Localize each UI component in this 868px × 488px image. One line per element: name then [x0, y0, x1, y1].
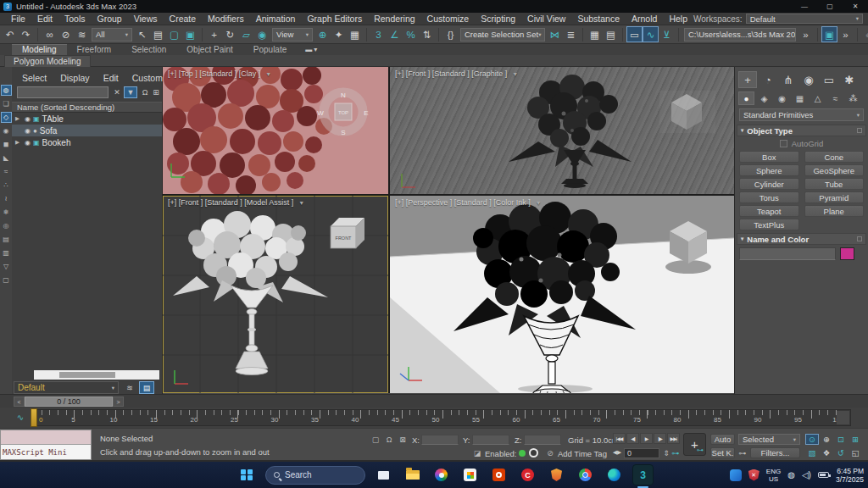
menu-civil-view[interactable]: Civil View: [521, 14, 571, 24]
scale-icon[interactable]: ▱: [238, 26, 254, 42]
grid-cube-icon[interactable]: [659, 91, 715, 133]
spinner-snap-icon[interactable]: ⇅: [419, 26, 435, 42]
viewport-label[interactable]: [+] [Front ] [Standard ] [Model Assist ]…: [168, 198, 304, 207]
compass-south[interactable]: S: [341, 129, 345, 136]
viewport-label-text[interactable]: [+] [Front ] [Standard ] [Graphite ]: [395, 69, 507, 78]
create-tab[interactable]: +: [738, 71, 757, 88]
expand-icon[interactable]: ▶: [15, 139, 22, 146]
move-icon[interactable]: +: [206, 26, 222, 42]
tab-selection[interactable]: Selection: [121, 44, 176, 55]
shapes-category[interactable]: ◈: [756, 92, 772, 105]
unlink-icon[interactable]: ⊘: [58, 26, 74, 42]
render-setup-icon[interactable]: ⊻: [659, 26, 675, 42]
toolbar-overflow-icon[interactable]: »: [798, 26, 814, 42]
set-key-button[interactable]: Set K.: [710, 447, 735, 458]
explorer-row-bookeh[interactable]: ▶◉▣Bookeh: [12, 136, 162, 148]
menu-file[interactable]: File: [5, 14, 31, 24]
spacewarps-category[interactable]: ≈: [827, 92, 843, 105]
scene-explorer-toggle-icon[interactable]: ▦: [587, 26, 603, 42]
edge-button[interactable]: [604, 464, 625, 485]
display-particles-icon[interactable]: ∴: [1, 180, 12, 191]
render-production-icon[interactable]: ✐: [861, 26, 868, 42]
menu-substance[interactable]: Substance: [571, 14, 626, 24]
mirror-icon[interactable]: ⋈: [547, 26, 563, 42]
time-tag-icon[interactable]: ⊘: [544, 447, 556, 458]
ribbon-display-toggle-icon[interactable]: ▬ ▾: [305, 46, 317, 53]
filter-combinations-icon[interactable]: ▽: [1, 261, 12, 272]
motion-tab[interactable]: ◉: [799, 71, 818, 88]
frame-forward-button[interactable]: >: [113, 396, 124, 407]
key-filter-icon[interactable]: ⊶: [737, 447, 748, 458]
object-type-rollout[interactable]: ▾ Object Type: [737, 125, 866, 136]
orbit-icon[interactable]: ↺: [834, 447, 848, 458]
go-end-button[interactable]: ▶▶|: [667, 433, 680, 444]
viewport-perspective-color-ink[interactable]: [+] [Perspective ] [Standard ] [Color In…: [390, 196, 734, 393]
object-type-torus[interactable]: Torus: [739, 191, 799, 203]
language-switcher[interactable]: ENG US: [766, 468, 781, 483]
store-button[interactable]: [459, 464, 481, 485]
search-clear-icon[interactable]: ✕: [111, 86, 123, 98]
rollout-pin-icon[interactable]: [857, 128, 862, 133]
menu-tools[interactable]: Tools: [58, 14, 92, 24]
object-type-geosphere[interactable]: GeoSphere: [804, 164, 865, 176]
ref-coord-dropdown[interactable]: View▾: [272, 28, 313, 42]
viewcube-top-face[interactable]: TOP: [338, 110, 348, 115]
select-object-icon[interactable]: ↖: [134, 26, 150, 42]
next-frame-button[interactable]: ||▶: [654, 433, 666, 444]
display-tab[interactable]: ▭: [820, 71, 838, 88]
autobackup-icon[interactable]: ▣: [821, 26, 837, 42]
auto-key-button[interactable]: Auto: [710, 434, 735, 445]
explorer-search-input[interactable]: [17, 86, 108, 98]
tab-freeform[interactable]: Freeform: [67, 44, 122, 55]
menu-edit[interactable]: Edit: [31, 14, 58, 24]
go-start-button[interactable]: |◀◀: [613, 433, 626, 444]
hierarchy-tab[interactable]: ⋔: [779, 71, 798, 88]
explorer-column-header[interactable]: Name (Sorted Descending): [12, 102, 162, 113]
defender-button[interactable]: [546, 464, 567, 485]
utilities-tab[interactable]: ✱: [840, 71, 859, 88]
set-keys-button[interactable]: + ⊶: [683, 433, 706, 456]
zoom-extents-icon[interactable]: ⊡: [834, 434, 848, 445]
percent-snap-icon[interactable]: %: [403, 26, 419, 42]
layer-explorer-toggle-icon[interactable]: ▤: [603, 26, 619, 42]
viewport-splitter-horizontal[interactable]: [163, 194, 734, 196]
explorer-menu-select[interactable]: Select: [15, 73, 53, 83]
display-materials-icon[interactable]: ▤: [1, 234, 12, 245]
ccleaner-button[interactable]: C: [517, 464, 538, 485]
battery-icon[interactable]: [818, 472, 829, 478]
volume-icon[interactable]: ◁): [802, 470, 811, 480]
play-button[interactable]: ▶: [640, 433, 653, 444]
object-type-teapot[interactable]: Teapot: [739, 205, 799, 217]
viewport-label[interactable]: [+] [Top ] [Standard ] [Clay ]▼: [168, 69, 271, 78]
key-selection-dropdown[interactable]: Selected ▾: [738, 434, 800, 445]
max-button[interactable]: 3: [632, 464, 654, 485]
y-coordinate-field[interactable]: [472, 435, 509, 445]
explorer-row-sofa[interactable]: ◉●Sofa: [12, 125, 162, 136]
layer-list-icon[interactable]: ≋: [122, 381, 137, 394]
task-view-button[interactable]: [373, 464, 394, 485]
tab-modeling[interactable]: Modeling: [12, 44, 67, 55]
zoom-region-icon[interactable]: ▧: [805, 447, 819, 458]
zoom-icon[interactable]: ⊙: [805, 434, 819, 445]
object-type-tube[interactable]: Tube: [804, 178, 865, 190]
selection-lock-icon[interactable]: Ω: [383, 434, 395, 445]
viewport-top-clay[interactable]: TOP N E S W [+] [Top ] [Standard ] [Clay…: [163, 67, 388, 194]
menu-group[interactable]: Group: [92, 14, 128, 24]
placement-icon[interactable]: ◉: [254, 26, 270, 42]
viewport-label-text[interactable]: [+] [Perspective ] [Standard ] [Color In…: [395, 198, 531, 207]
align-icon[interactable]: ≣: [563, 26, 579, 42]
expand-icon[interactable]: ▶: [15, 115, 22, 122]
menu-modifiers[interactable]: Modifiers: [202, 14, 250, 24]
display-hidden-icon[interactable]: ◎: [1, 220, 12, 231]
display-all-icon[interactable]: ◍: [1, 85, 12, 96]
menu-create[interactable]: Create: [164, 14, 203, 24]
prev-frame-button[interactable]: ◀||: [626, 433, 639, 444]
absolute-offset-icon[interactable]: ⊠: [397, 434, 409, 445]
cameras-category[interactable]: ▦: [792, 92, 808, 105]
compass-east[interactable]: E: [364, 109, 368, 117]
rollout-pin-icon[interactable]: [857, 236, 862, 241]
display-shapes-icon[interactable]: ◇: [1, 112, 12, 123]
menu-scripting[interactable]: Scripting: [475, 14, 521, 24]
named-selection-sets-icon[interactable]: {}: [442, 26, 459, 42]
display-helpers-icon[interactable]: ◣: [1, 152, 12, 164]
